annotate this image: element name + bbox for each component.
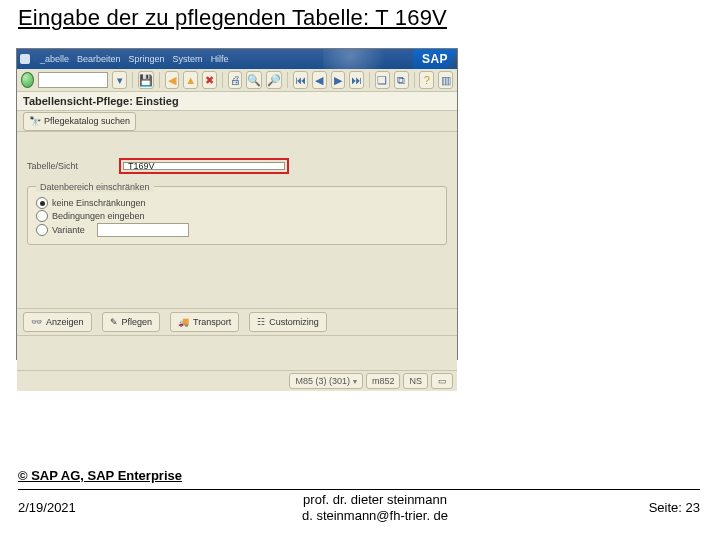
radio-label: keine Einschränkungen — [52, 198, 146, 208]
menu-bar: _abelle Bearbeiten Springen System Hilfe — [40, 54, 229, 64]
img-icon: ☷ — [257, 317, 265, 327]
sap-logo: SAP — [413, 49, 457, 69]
radio-icon — [36, 197, 48, 209]
radio-enter-conditions[interactable]: Bedingungen eingeben — [36, 210, 438, 222]
table-view-input[interactable]: T169V — [123, 162, 285, 170]
radio-label: Variante — [52, 225, 85, 235]
enter-button[interactable] — [21, 72, 34, 88]
copyright: © SAP AG, SAP Enterprise — [18, 468, 182, 483]
layout-icon[interactable]: ▥ — [438, 71, 453, 89]
system-menu-icon[interactable] — [20, 54, 30, 64]
status-mode: NS — [403, 373, 428, 389]
display-button[interactable]: 👓 Anzeigen — [23, 312, 92, 332]
find-viewcat-label: Pflegekatalog suchen — [44, 116, 130, 126]
command-field[interactable] — [38, 72, 108, 88]
first-page-icon[interactable]: ⏮ — [293, 71, 308, 89]
radio-icon — [36, 224, 48, 236]
slide-title: Eingabe der zu pflegenden Tabelle: T 169… — [18, 5, 447, 31]
save-icon[interactable]: 💾 — [138, 71, 154, 89]
restrict-data-group: Datenbereich einschränken keine Einschrä… — [27, 186, 447, 245]
menu-table[interactable]: _abelle — [40, 54, 69, 64]
footer-author: prof. dr. dieter steinmann d. steinmann@… — [260, 492, 490, 523]
status-tail-icon[interactable]: ▭ — [431, 373, 453, 389]
variant-input[interactable] — [97, 223, 189, 237]
application-toolbar: 🔭 Pflegekatalog suchen — [17, 111, 457, 132]
sap-gui-window: _abelle Bearbeiten Springen System Hilfe… — [16, 48, 458, 360]
menu-edit[interactable]: Bearbeiten — [77, 54, 121, 64]
find-viewcat-button[interactable]: 🔭 Pflegekatalog suchen — [23, 112, 136, 131]
status-system[interactable]: M85 (3) (301) — [289, 373, 363, 389]
binocular-icon: 🔭 — [29, 116, 41, 127]
find-next-icon[interactable]: 🔎 — [266, 71, 282, 89]
shortcut-icon[interactable]: ⧉ — [394, 71, 409, 89]
dropdown-icon[interactable]: ▾ — [112, 71, 127, 89]
table-view-highlight: T169V — [119, 158, 289, 174]
standard-toolbar: ▾ 💾 ◀ ▲ ✖ 🖨 🔍 🔎 ⏮ ◀ ▶ ⏭ ❏ ⧉ ? ▥ — [17, 69, 457, 92]
cancel-icon[interactable]: ✖ — [202, 71, 217, 89]
status-host: m852 — [366, 373, 401, 389]
radio-variant[interactable]: Variante — [36, 223, 438, 237]
transport-label: Transport — [193, 317, 231, 327]
screen-title: Tabellensicht-Pflege: Einstieg — [17, 92, 457, 111]
maintain-button[interactable]: ✎ Pflegen — [102, 312, 161, 332]
footer-page-number: Seite: 23 — [649, 500, 700, 515]
table-view-label: Tabelle/Sicht — [27, 161, 107, 171]
status-bar: M85 (3) (301) m852 NS ▭ — [17, 370, 457, 391]
menu-goto[interactable]: Springen — [129, 54, 165, 64]
titlebar: _abelle Bearbeiten Springen System Hilfe… — [17, 49, 457, 69]
display-label: Anzeigen — [46, 317, 84, 327]
new-session-icon[interactable]: ❏ — [375, 71, 390, 89]
glasses-icon: 👓 — [31, 317, 42, 327]
action-bar: 👓 Anzeigen ✎ Pflegen 🚚 Transport ☷ Custo… — [17, 308, 457, 335]
radio-no-restriction[interactable]: keine Einschränkungen — [36, 197, 438, 209]
customizing-label: Customizing — [269, 317, 319, 327]
transport-button[interactable]: 🚚 Transport — [170, 312, 239, 332]
last-page-icon[interactable]: ⏭ — [349, 71, 364, 89]
radio-label: Bedingungen eingeben — [52, 211, 145, 221]
customizing-button[interactable]: ☷ Customizing — [249, 312, 327, 332]
exit-icon[interactable]: ▲ — [183, 71, 198, 89]
maintain-label: Pflegen — [122, 317, 153, 327]
prev-page-icon[interactable]: ◀ — [312, 71, 327, 89]
find-icon[interactable]: 🔍 — [246, 71, 262, 89]
main-area: Tabelle/Sicht T169V Datenbereich einschr… — [17, 132, 457, 308]
footer-rule — [18, 489, 700, 490]
back-icon[interactable]: ◀ — [165, 71, 180, 89]
menu-help[interactable]: Hilfe — [211, 54, 229, 64]
footer-date: 2/19/2021 — [18, 500, 76, 515]
truck-icon: 🚚 — [178, 317, 189, 327]
pencil-icon: ✎ — [110, 317, 118, 327]
radio-icon — [36, 210, 48, 222]
help-icon[interactable]: ? — [419, 71, 434, 89]
group-title: Datenbereich einschränken — [36, 182, 154, 192]
menu-system[interactable]: System — [173, 54, 203, 64]
banner-decoration — [323, 49, 413, 69]
next-page-icon[interactable]: ▶ — [331, 71, 346, 89]
print-icon[interactable]: 🖨 — [228, 71, 243, 89]
